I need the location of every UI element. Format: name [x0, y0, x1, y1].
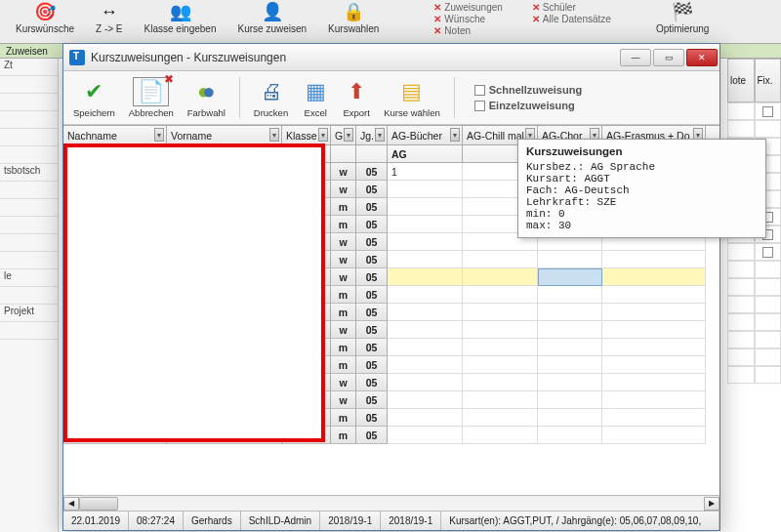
dialog-titlebar[interactable]: Kurszuweisungen - Kurszuweisungen — ▭ ✕: [63, 44, 719, 71]
strike-schueler[interactable]: ✕Schüler: [532, 2, 611, 13]
filter-icon[interactable]: ▾: [154, 128, 164, 142]
minimize-button[interactable]: —: [620, 49, 651, 66]
sidebar-row[interactable]: [0, 252, 58, 269]
col-vorname[interactable]: Vorname▾: [167, 126, 282, 145]
main-ribbon: 🎯 Kurswünsche ↔ Z -> E 👥 Klasse eingeben…: [0, 0, 781, 44]
print-button[interactable]: 🖨 Drucken: [250, 76, 292, 120]
color-icon: ●●: [192, 78, 220, 105]
ribbon-optimierung[interactable]: 🏁 Optimierung: [650, 2, 715, 34]
sidebar-row[interactable]: le: [0, 269, 58, 287]
excel-button[interactable]: ▦ Excel: [298, 76, 333, 120]
sidebar-row[interactable]: [0, 322, 58, 340]
strike-labels: ✕Zuweisungen ✕Wünsche ✕Noten ✕Schüler ✕A…: [433, 2, 611, 36]
ribbon-kurswahlen[interactable]: 🔒 Kurswahlen: [322, 2, 385, 34]
sub-ag: AG: [388, 145, 463, 163]
kurszuweisungen-dialog: Kurszuweisungen - Kurszuweisungen — ▭ ✕ …: [62, 43, 720, 531]
tooltip-title: Kurszuweisungen: [526, 145, 758, 157]
pick-courses-button[interactable]: ▤ Kurse wählen: [380, 76, 444, 120]
grid-icon: ▦: [302, 78, 329, 105]
sidebar-row[interactable]: Zt: [0, 59, 58, 76]
user-icon: 👤: [262, 2, 283, 21]
target-icon: 🎯: [34, 2, 56, 21]
status-courses: Kursart(en): AGGT,PUT, / Jahrgäng(e): 05…: [441, 512, 719, 530]
highlight-box: [63, 143, 325, 442]
maximize-button[interactable]: ▭: [653, 49, 684, 66]
status-bar: 22.01.2019 08:27:24 Gerhards SchILD-Admi…: [63, 511, 719, 530]
scroll-right-icon[interactable]: ▶: [704, 497, 719, 511]
check-icon: ✔: [80, 78, 107, 105]
sidebar: Zt tsbotsch le Projekt: [0, 59, 59, 532]
ribbon-kurswuensche[interactable]: 🎯 Kurswünsche: [10, 2, 80, 34]
scroll-thumb[interactable]: [79, 497, 118, 511]
dialog-title: Kurszuweisungen - Kurszuweisungen: [91, 51, 620, 64]
col-g[interactable]: G.▾: [331, 126, 356, 145]
status-date: 22.01.2019: [63, 512, 129, 530]
save-button[interactable]: ✔ Speichern: [69, 76, 119, 120]
strike-zuweisungen[interactable]: ✕Zuweisungen: [433, 2, 502, 13]
course-tooltip: Kurszuweisungen Kursbez.: AG Sprache Kur…: [517, 139, 766, 238]
dialog-toolbar: ✔ Speichern ✖📄 Abbrechen ●● Farbwahl 🖨 D…: [63, 71, 719, 125]
col-fix[interactable]: Fix.: [755, 59, 782, 102]
app-icon: [69, 50, 85, 65]
sidebar-row[interactable]: [0, 76, 58, 94]
separator: [239, 77, 240, 118]
single-assign-checkbox[interactable]: Einzelzuweisung: [474, 100, 582, 111]
sidebar-row[interactable]: [0, 129, 58, 146]
right-mini-grid: lote Fix.: [727, 59, 781, 532]
fix-checkbox[interactable]: [762, 247, 773, 258]
sidebar-row[interactable]: [0, 182, 58, 199]
col-jg[interactable]: Jg.▾: [356, 126, 388, 145]
list-icon: ▤: [398, 78, 426, 105]
scroll-left-icon[interactable]: ◀: [63, 497, 79, 511]
fix-checkbox[interactable]: [762, 106, 773, 117]
flag-icon: 🏁: [672, 2, 693, 21]
strike-wuensche[interactable]: ✕Wünsche: [433, 14, 502, 24]
sidebar-row[interactable]: [0, 234, 58, 252]
swap-icon: ↔: [101, 2, 118, 21]
status-year2: 2018/19-1: [381, 512, 441, 530]
horizontal-scrollbar[interactable]: ◀ ▶: [63, 495, 719, 511]
status-role: SchILD-Admin: [241, 512, 320, 530]
ribbon-klasse-eingeben[interactable]: 👥 Klasse eingeben: [139, 2, 223, 34]
quick-assign-checkbox[interactable]: Schnellzuweisung: [474, 84, 582, 96]
lock-icon: 🔒: [343, 2, 364, 21]
status-user: Gerhards: [184, 512, 241, 530]
export-button[interactable]: ⬆ Export: [339, 76, 374, 120]
filter-icon[interactable]: ▾: [269, 128, 279, 142]
ribbon-z-e[interactable]: ↔ Z -> E: [90, 2, 129, 34]
right-row[interactable]: [727, 243, 781, 261]
ribbon-kurse-zuweisen[interactable]: 👤 Kurse zuweisen: [232, 2, 313, 34]
scroll-track[interactable]: [79, 497, 704, 511]
filter-icon[interactable]: ▾: [375, 128, 385, 142]
sidebar-row[interactable]: [0, 287, 58, 305]
cancel-button[interactable]: ✖📄 Abbrechen: [125, 76, 178, 120]
status-year1: 2018/19-1: [320, 512, 381, 530]
col-klasse[interactable]: Klasse▾: [282, 126, 331, 145]
separator: [454, 77, 455, 118]
right-row[interactable]: [727, 102, 781, 120]
tab-zuweisen[interactable]: Zuweisen: [6, 46, 48, 57]
close-button[interactable]: ✕: [686, 49, 718, 66]
users-icon: 👥: [170, 2, 191, 21]
col-nachname[interactable]: Nachname▾: [63, 126, 167, 145]
sidebar-row[interactable]: Projekt: [0, 305, 58, 322]
filter-icon[interactable]: ▾: [344, 128, 353, 142]
sidebar-row[interactable]: [0, 94, 58, 111]
upload-icon: ⬆: [343, 78, 370, 105]
colorpick-button[interactable]: ●● Farbwahl: [184, 76, 229, 120]
strike-noten[interactable]: ✕Noten: [433, 25, 502, 36]
col-ag-buecher[interactable]: AG-Bücher▾: [388, 126, 463, 145]
status-time: 08:27:24: [129, 512, 184, 530]
col-lote[interactable]: lote: [727, 59, 755, 102]
sidebar-row[interactable]: [0, 111, 58, 129]
sidebar-row[interactable]: [0, 199, 58, 217]
filter-icon[interactable]: ▾: [450, 128, 460, 142]
strike-alledaten[interactable]: ✕Alle Datensätze: [532, 14, 611, 24]
cancel-icon: ✖📄: [138, 78, 165, 105]
printer-icon: 🖨: [258, 78, 285, 105]
sidebar-row[interactable]: [0, 146, 58, 164]
filter-icon[interactable]: ▾: [318, 128, 328, 142]
sidebar-row[interactable]: tsbotsch: [0, 164, 58, 182]
sidebar-row[interactable]: [0, 217, 58, 234]
